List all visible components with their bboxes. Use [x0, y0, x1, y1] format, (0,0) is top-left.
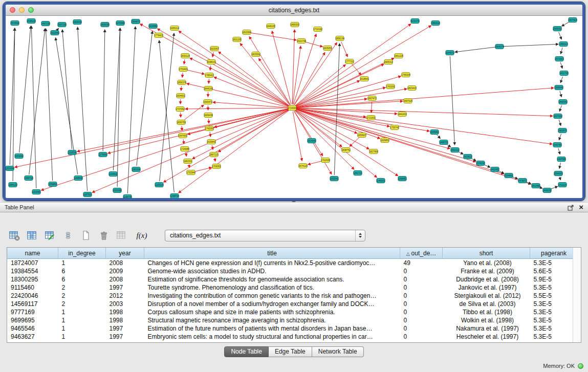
table-row[interactable]: 1456911722003Disruption of a novel membe… — [7, 300, 578, 308]
graph-node[interactable]: 1402452 — [490, 167, 499, 172]
function-builder-button[interactable]: f(x) — [134, 229, 150, 242]
table-row[interactable]: 946554611997Estimation of the future num… — [7, 324, 578, 333]
graph-node[interactable]: 1838751 — [341, 148, 351, 152]
graph-node[interactable]: 1468701 — [439, 140, 448, 145]
zoom-window-button[interactable] — [28, 7, 34, 13]
graph-node[interactable]: 1856134 — [335, 36, 344, 41]
column-header-in_degree[interactable]: in_degree — [58, 248, 106, 259]
table-cell[interactable]: 1 — [58, 308, 106, 316]
close-panel-icon[interactable]: × — [579, 204, 583, 211]
graph-node[interactable]: 1811205 — [232, 37, 242, 42]
graph-node[interactable]: 1456113 — [559, 42, 568, 47]
graph-node[interactable]: 1833562 — [251, 52, 260, 57]
table-cell[interactable]: 1 — [58, 259, 106, 268]
table-cell[interactable]: Tourette syndrome. Phenomenology and cla… — [144, 283, 400, 292]
table-cell[interactable]: 49 — [400, 259, 443, 268]
graph-node[interactable]: 1084120 — [8, 183, 17, 187]
graph-node[interactable]: 1805312 — [384, 60, 393, 64]
table-cell[interactable]: 0 — [400, 316, 443, 324]
graph-node[interactable]: 1497593 — [557, 157, 566, 162]
graph-node[interactable]: 1473360 — [116, 21, 125, 26]
graph-node[interactable]: 1755742 — [390, 125, 399, 130]
table-cell[interactable]: 2009 — [106, 267, 144, 275]
create-column-button[interactable] — [44, 229, 56, 242]
table-mode-button[interactable] — [8, 229, 20, 242]
column-header-title[interactable]: title — [144, 248, 400, 259]
graph-node[interactable]: 1547653 — [178, 134, 187, 138]
graph-node[interactable]: 1867215 — [209, 152, 219, 157]
graph-node[interactable]: 1609150 — [100, 23, 110, 27]
import-table-button[interactable] — [116, 229, 128, 242]
graph-node[interactable]: 1648141 — [207, 60, 216, 64]
table-cell[interactable]: 2008 — [106, 259, 144, 268]
graph-node[interactable]: 1290710 — [24, 176, 33, 181]
table-cell[interactable]: 1 — [58, 316, 106, 324]
table-cell[interactable]: 5.3E-5 — [530, 283, 578, 292]
graph-node[interactable]: 1581534 — [431, 21, 440, 26]
graph-node[interactable]: 1059891 — [48, 182, 57, 187]
table-cell[interactable]: 0 — [400, 308, 443, 316]
table-cell[interactable]: 14569117 — [7, 300, 58, 308]
vertical-scrollbar[interactable] — [573, 248, 581, 342]
graph-node[interactable]: 1093060 — [113, 188, 122, 193]
float-panel-icon[interactable] — [567, 204, 575, 211]
graph-node[interactable]: 1589543 — [554, 85, 563, 90]
graph-node[interactable]: 1655314 — [170, 26, 179, 31]
graph-node[interactable]: 1664374 — [495, 45, 504, 49]
column-header-short[interactable]: short — [443, 248, 530, 259]
graph-node[interactable]: 1275650 — [98, 152, 107, 157]
graph-node[interactable]: 1564870 — [131, 19, 140, 24]
table-cell[interactable]: 2 — [58, 283, 106, 292]
table-cell[interactable]: Nakamura et al. (1997) — [443, 324, 530, 333]
graph-node[interactable]: 1753401 — [179, 67, 188, 72]
graph-node[interactable]: 1483973 — [558, 128, 567, 133]
tab-network-table[interactable]: Network Table — [312, 346, 364, 357]
graph-node[interactable]: 1815053 — [323, 46, 332, 51]
graph-node[interactable]: 1291721 — [353, 171, 362, 176]
graph-node[interactable]: 1187301 — [83, 192, 92, 197]
graph-node[interactable]: 1505991 — [430, 130, 439, 135]
table-cell[interactable]: 0 — [400, 300, 443, 308]
graph-node[interactable]: 1841633 — [398, 112, 407, 117]
graph-node[interactable]: 1411114 — [558, 183, 567, 187]
table-cell[interactable]: Hescheler et al. (1997) — [443, 333, 530, 341]
minimize-window-button[interactable] — [19, 7, 25, 13]
graph-node[interactable]: 8131074 — [410, 19, 420, 24]
graph-node[interactable]: 1620580 — [148, 24, 158, 29]
table-cell[interactable]: Yano et al. (2008) — [443, 259, 530, 268]
table-cell[interactable]: 5.3E-5 — [530, 300, 578, 308]
graph-node[interactable]: 1527163 — [553, 114, 562, 119]
graph-node[interactable]: 1785422 — [205, 73, 214, 78]
table-cell[interactable]: 18300295 — [7, 275, 58, 283]
table-cell[interactable]: 9777169 — [7, 308, 58, 316]
close-window-button[interactable] — [10, 7, 15, 13]
table-cell[interactable]: 6 — [58, 275, 106, 283]
graph-node[interactable]: 1697524 — [403, 99, 412, 103]
graph-node[interactable]: 1203481 — [32, 190, 41, 194]
table-cell[interactable]: Wolkin et al. (1998) — [443, 316, 530, 324]
graph-node[interactable]: 1145770 — [123, 195, 132, 199]
graph-node[interactable]: 1234511 — [108, 172, 118, 177]
row-height-button[interactable] — [62, 229, 74, 242]
delete-table-button[interactable] — [98, 229, 110, 242]
graph-node[interactable]: 1681531 — [183, 159, 192, 164]
table-cell[interactable]: de Silva et al. (2003) — [443, 300, 530, 308]
graph-node[interactable]: 1572923 — [555, 57, 564, 61]
table-cell[interactable]: 2008 — [106, 275, 144, 283]
table-cell[interactable]: Stergiakouli et al. (2012) — [443, 292, 530, 300]
network-canvas[interactable]: 1724041183012417534011856378160465117370… — [6, 16, 582, 198]
table-cell[interactable]: 5.3E-5 — [530, 333, 578, 341]
table-cell[interactable]: Structural magnetic resonance image aver… — [144, 316, 400, 324]
table-cell[interactable]: 1997 — [106, 283, 144, 292]
graph-node[interactable]: 1702639 — [321, 158, 330, 163]
graph-node[interactable]: 1509302 — [553, 27, 562, 31]
table-selector-dropdown[interactable]: citations_edges.txt — [165, 230, 365, 242]
graph-node[interactable]: 1742093 — [205, 126, 214, 131]
table-cell[interactable]: 5.5E-5 — [530, 292, 578, 300]
graph-node[interactable]: 1659927 — [357, 133, 366, 138]
graph-node[interactable]: 1777311 — [345, 59, 354, 64]
table-cell[interactable]: 5.3E-5 — [530, 259, 578, 268]
table-cell[interactable]: 6 — [58, 267, 106, 275]
table-cell[interactable]: Dudbridge et al. (2008) — [443, 275, 530, 283]
table-cell[interactable]: 5.3E-5 — [530, 316, 578, 324]
